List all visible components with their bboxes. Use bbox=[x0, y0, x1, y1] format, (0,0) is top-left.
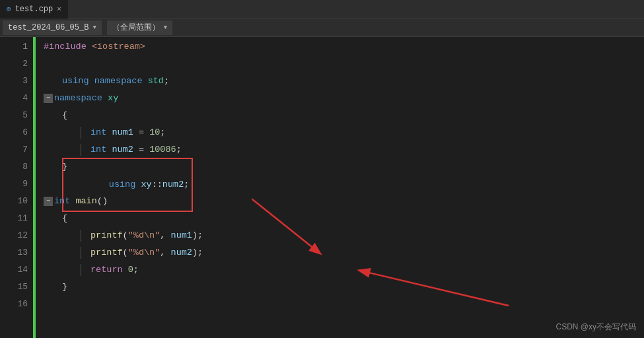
line-num-3: 3 bbox=[0, 73, 28, 90]
code-line-6: int num1 = 10; bbox=[44, 124, 644, 141]
code-line-1: #include <iostream> bbox=[44, 38, 644, 55]
code-line-5: { bbox=[44, 107, 644, 124]
line-num-10: 10 bbox=[0, 193, 28, 210]
code-line-10: −int main() bbox=[44, 193, 644, 210]
line-num-13: 13 bbox=[0, 244, 28, 261]
code-line-7: int num2 = 10086; bbox=[44, 141, 644, 158]
title-bar: ⊕ test.cpp × bbox=[0, 0, 644, 18]
line-num-2: 2 bbox=[0, 55, 28, 73]
line-num-5: 5 bbox=[0, 107, 28, 124]
chevron-down-icon-2: ▼ bbox=[164, 24, 167, 31]
code-line-12: printf("%d\n", num1); bbox=[44, 227, 644, 244]
line-numbers: 1 2 3 4 5 6 7 8 9 10 11 12 13 14 15 16 bbox=[0, 37, 33, 338]
tab-close-icon[interactable]: × bbox=[57, 5, 61, 13]
code-line-3: using namespace std; bbox=[44, 73, 644, 90]
collapse-icon-main[interactable]: − bbox=[44, 197, 53, 206]
line-num-4: 4 bbox=[0, 90, 28, 107]
file-tab[interactable]: ⊕ test.cpp × bbox=[0, 0, 68, 18]
line-num-7: 7 bbox=[0, 141, 28, 158]
code-line-15: } bbox=[44, 279, 644, 296]
line-num-6: 6 bbox=[0, 124, 28, 141]
code-line-2 bbox=[44, 55, 644, 73]
code-content[interactable]: #include <iostream> using namespace std;… bbox=[36, 37, 644, 338]
code-line-11: { bbox=[44, 210, 644, 227]
collapse-icon-namespace[interactable]: − bbox=[44, 94, 53, 103]
code-line-9: using xy::num2; bbox=[44, 176, 644, 193]
line-num-12: 12 bbox=[0, 227, 28, 244]
line-num-16: 16 bbox=[0, 296, 28, 313]
line-num-15: 15 bbox=[0, 279, 28, 296]
tab-pin-icon: ⊕ bbox=[7, 5, 11, 13]
scope-left-label: test_2024_06_05_B bbox=[8, 23, 89, 32]
watermark: CSDN @xy不会写代码 bbox=[555, 321, 636, 333]
scope-left-dropdown[interactable]: test_2024_06_05_B ▼ bbox=[3, 20, 102, 35]
code-line-16 bbox=[44, 296, 644, 313]
line-num-14: 14 bbox=[0, 261, 28, 279]
line-num-11: 11 bbox=[0, 210, 28, 227]
toolbar: test_2024_06_05_B ▼ （全局范围） ▼ bbox=[0, 18, 644, 37]
tab-filename: test.cpp bbox=[15, 5, 54, 14]
chevron-down-icon: ▼ bbox=[92, 24, 96, 31]
code-line-4: −namespace xy bbox=[44, 90, 644, 107]
editor-area: 1 2 3 4 5 6 7 8 9 10 11 12 13 14 15 16 #… bbox=[0, 37, 644, 338]
scope-right-dropdown[interactable]: （全局范围） ▼ bbox=[107, 20, 172, 35]
line-num-9: 9 bbox=[0, 176, 28, 193]
line-num-8: 8 bbox=[0, 158, 28, 176]
code-line-13: printf("%d\n", num2); bbox=[44, 244, 644, 261]
code-line-14: return 0; bbox=[44, 261, 644, 279]
line-num-1: 1 bbox=[0, 38, 28, 55]
scope-right-label: （全局范围） bbox=[112, 22, 160, 33]
